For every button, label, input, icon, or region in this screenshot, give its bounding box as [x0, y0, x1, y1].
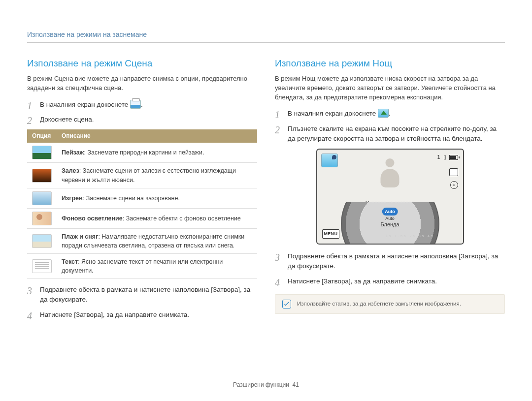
table-row: Фоново осветление: Заснемате обекти с фо…: [27, 208, 257, 228]
th-description: Описание: [57, 129, 257, 143]
row-desc: : Заснемате природни картини и пейзажи.: [84, 149, 204, 156]
step-4-right: Натиснете [Затвора], за да направите сни…: [275, 277, 505, 286]
breadcrumb: Използване на режими на заснемане: [27, 30, 505, 43]
row-name: Фоново осветление: [62, 215, 123, 222]
status-bar: 1 ▯: [437, 154, 458, 161]
auto-chip: Auto: [382, 208, 398, 216]
night-mode-icon: [378, 109, 389, 118]
note-text: Използвайте статив, за да избегнете замъ…: [297, 300, 461, 308]
mode-tile-icon: [321, 154, 338, 167]
beach-snow-thumb-icon: [32, 234, 52, 248]
column-scene-mode: Използване на режим Сцена В режим Сцена …: [27, 57, 257, 325]
footer-section-label: Разширени функции: [233, 381, 289, 388]
note-info-icon: [282, 300, 291, 308]
sunrise-thumb-icon: [32, 191, 52, 205]
battery-icon: [449, 155, 458, 160]
table-row: Пейзаж: Заснемате природни картини и пей…: [27, 143, 257, 163]
footer-page-number: 41: [293, 381, 299, 388]
row-desc: : Ясно заснемате текст от печатни или ел…: [62, 258, 223, 274]
step-2-left: Докоснете сцена.: [27, 115, 257, 124]
step-1-right-post: .: [389, 110, 391, 117]
step-1-right: В началния екран докоснете .: [275, 109, 505, 119]
scene-options-table: Опция Описание Пейзаж: Заснемате природн…: [27, 129, 257, 279]
row-name: Изгрев: [62, 195, 83, 202]
exposure-comp-icon: ±: [450, 181, 458, 189]
table-row: Залез: Заснемате сцени от залези с естес…: [27, 163, 257, 188]
table-row: Текст: Ясно заснемате текст от печатни и…: [27, 253, 257, 278]
heading-scene-mode: Използване на режим Сцена: [27, 57, 257, 70]
step-1-right-pre: В началния екран докоснете: [288, 110, 376, 117]
text-thumb-icon: [32, 259, 52, 273]
landscape-thumb-icon: [32, 146, 52, 159]
th-option: Опция: [27, 129, 57, 143]
page-footer: Разширени функции 41: [0, 381, 532, 389]
table-row: Изгрев: Заснемате сцени на зазоряване.: [27, 188, 257, 208]
shot-count: 1: [437, 154, 440, 161]
row-name: Пейзаж: [62, 149, 84, 156]
step-2-right: Плъзнете скалите на екрана към посоките …: [275, 124, 505, 144]
row-desc: : Заснемате обекти с фоново осветление: [123, 215, 241, 222]
backlight-thumb-icon: [32, 212, 52, 225]
note-box: Използвайте статив, за да избегнете замъ…: [275, 294, 505, 314]
row-name: Плаж и сняг: [62, 233, 98, 240]
sunset-thumb-icon: [32, 169, 52, 183]
step-1-left: В началния екран докоснете .: [27, 100, 257, 110]
step-4-left: Натиснете [Затвора], за да направите сни…: [27, 310, 257, 320]
scene-mode-icon: [130, 100, 141, 109]
row-name: Текст: [62, 258, 78, 265]
step-3-right: Подравнете обекта в рамката и натиснете …: [275, 251, 505, 272]
table-row: Плаж и сняг: Намалявате недостатъчно екс…: [27, 228, 257, 253]
row-desc: : Заснемате сцени на зазоряване.: [83, 195, 180, 202]
heading-night-mode: Използване на режим Нощ: [275, 57, 505, 70]
step-1-left-post: .: [141, 101, 143, 108]
intro-scene-mode: В режим Сцена вие можете да направете сн…: [27, 74, 257, 93]
camera-screen-illustration: 1 ▯ ± MENU Скорост на затвора Auto Auto …: [316, 149, 464, 245]
framing-icon: ▯: [443, 154, 446, 161]
aperture-label: Бленда: [380, 221, 399, 229]
step-3-left: Подравнете обекта в рамката и натиснете …: [27, 285, 257, 305]
drive-mode-icon: [450, 169, 458, 176]
step-1-left-pre: В началния екран докоснете: [40, 101, 128, 108]
column-night-mode: Използване на режим Нощ В режим Нощ може…: [275, 57, 505, 325]
subject-silhouette-icon: [376, 158, 403, 199]
row-name: Залез: [62, 167, 79, 174]
dial-ticks: 1s 1.5s 2s 3s 4s: [346, 234, 434, 239]
row-desc: : Заснемате сцени от залези с естествено…: [62, 167, 236, 183]
intro-night-mode: В режим Нощ можете да използвате ниска с…: [275, 74, 505, 102]
